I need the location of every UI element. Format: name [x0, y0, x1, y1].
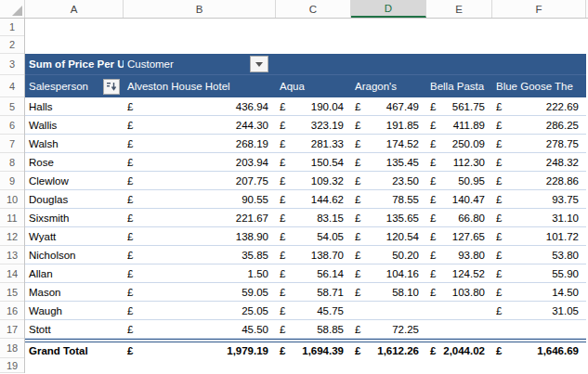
- value-cell-aqua[interactable]: £190.04: [276, 97, 351, 115]
- value-cell-blue-goose[interactable]: £31.05: [492, 302, 586, 319]
- value-cell-aragons[interactable]: £72.25: [351, 320, 426, 338]
- value-cell-aqua[interactable]: £144.62: [276, 190, 351, 208]
- value-cell-aqua[interactable]: £138.70: [276, 246, 351, 264]
- row-number-15[interactable]: 15: [0, 283, 24, 302]
- pivot-col-header-alveston[interactable]: Alveston House Hotel: [124, 75, 276, 97]
- row-number-5[interactable]: 5: [0, 97, 24, 116]
- row-number-9[interactable]: 9: [0, 172, 24, 190]
- column-header-f[interactable]: F: [492, 0, 586, 18]
- salesperson-name-cell[interactable]: Stott: [25, 320, 124, 338]
- value-cell-alveston[interactable]: £59.05: [124, 283, 276, 301]
- value-cell-bella-pasta[interactable]: £124.52: [426, 264, 492, 282]
- blue-cell[interactable]: [426, 54, 492, 74]
- row-number-7[interactable]: 7: [0, 135, 24, 153]
- salesperson-name-cell[interactable]: Sixsmith: [25, 209, 124, 226]
- value-cell-aragons[interactable]: £78.55: [351, 190, 426, 208]
- value-cell-alveston[interactable]: £207.75: [124, 172, 276, 189]
- value-cell-alveston[interactable]: £35.85: [124, 246, 276, 264]
- value-cell-alveston[interactable]: £436.94: [124, 97, 276, 115]
- value-cell-aqua[interactable]: £109.32: [276, 172, 351, 189]
- row-number-2[interactable]: 2: [0, 36, 24, 54]
- salesperson-name-cell[interactable]: Walsh: [25, 135, 124, 152]
- pivot-col-header-aqua[interactable]: Aqua: [276, 75, 351, 97]
- empty-row-1[interactable]: [25, 19, 586, 36]
- value-cell-aqua[interactable]: £54.05: [276, 227, 351, 245]
- blue-cell[interactable]: [351, 54, 426, 74]
- value-cell-bella-pasta[interactable]: £250.09: [426, 135, 492, 152]
- row-number-17[interactable]: 17: [0, 320, 24, 339]
- row-number-12[interactable]: 12: [0, 227, 24, 246]
- grand-total-alveston-cell[interactable]: £ 1,979.19: [124, 342, 276, 358]
- value-cell-aragons[interactable]: £174.52: [351, 135, 426, 152]
- value-cell-bella-pasta[interactable]: £411.89: [426, 116, 492, 134]
- value-cell-blue-goose[interactable]: £14.50: [492, 283, 586, 301]
- value-cell-aragons[interactable]: £135.65: [351, 209, 426, 226]
- value-cell-aragons[interactable]: £104.16: [351, 264, 426, 282]
- row-field-cell[interactable]: Salesperson: [25, 75, 124, 97]
- value-cell-bella-pasta[interactable]: £140.47: [426, 190, 492, 208]
- value-cell-blue-goose[interactable]: [492, 320, 586, 338]
- value-cell-aragons[interactable]: £135.45: [351, 153, 426, 171]
- value-cell-alveston[interactable]: £90.55: [124, 190, 276, 208]
- value-cell-bella-pasta[interactable]: £112.30: [426, 153, 492, 171]
- value-cell-bella-pasta[interactable]: [426, 302, 492, 319]
- value-cell-alveston[interactable]: £244.30: [124, 116, 276, 134]
- pivot-col-header-bella-pasta[interactable]: Bella Pasta: [426, 75, 492, 97]
- column-header-d-selected[interactable]: D: [351, 0, 426, 18]
- value-cell-blue-goose[interactable]: £286.25: [492, 116, 586, 134]
- select-all-corner[interactable]: [0, 0, 25, 18]
- value-cell-aqua[interactable]: £58.85: [276, 320, 351, 338]
- value-cell-alveston[interactable]: £138.90: [124, 227, 276, 245]
- salesperson-name-cell[interactable]: Wallis: [25, 116, 124, 134]
- value-cell-alveston[interactable]: £203.94: [124, 153, 276, 171]
- salesperson-sort-filter-button[interactable]: [103, 79, 120, 95]
- value-cell-alveston[interactable]: £25.05: [124, 302, 276, 319]
- grand-total-blue-goose-cell[interactable]: £ 1,646.69: [492, 342, 586, 358]
- customer-filter-dropdown-button[interactable]: [250, 56, 268, 72]
- value-cell-blue-goose[interactable]: £55.90: [492, 264, 586, 282]
- row-number-13[interactable]: 13: [0, 246, 24, 264]
- blue-cell[interactable]: [276, 54, 351, 74]
- row-number-16[interactable]: 16: [0, 302, 24, 320]
- empty-row-2[interactable]: [25, 36, 586, 54]
- salesperson-name-cell[interactable]: Douglas: [25, 190, 124, 208]
- value-cell-aqua[interactable]: £83.15: [276, 209, 351, 226]
- grand-total-aqua-cell[interactable]: £ 1,694.39: [276, 342, 351, 358]
- value-cell-bella-pasta[interactable]: £127.65: [426, 227, 492, 245]
- value-cell-aqua[interactable]: £281.33: [276, 135, 351, 152]
- grand-total-aragons-cell[interactable]: £ 1,612.26: [351, 342, 426, 358]
- column-header-b[interactable]: B: [124, 0, 276, 18]
- salesperson-name-cell[interactable]: Rose: [25, 153, 124, 171]
- value-cell-aqua[interactable]: £58.71: [276, 283, 351, 301]
- column-header-c[interactable]: C: [276, 0, 351, 18]
- value-field-label-cell[interactable]: Sum of Price Per Unit: [25, 54, 124, 74]
- value-cell-blue-goose[interactable]: £248.32: [492, 153, 586, 171]
- row-number-6[interactable]: 6: [0, 116, 24, 135]
- value-cell-aragons[interactable]: [351, 302, 426, 319]
- value-cell-blue-goose[interactable]: £93.75: [492, 190, 586, 208]
- value-cell-aqua[interactable]: £45.75: [276, 302, 351, 319]
- blue-cell[interactable]: [492, 54, 586, 74]
- empty-row-19[interactable]: [25, 358, 586, 373]
- row-number-14[interactable]: 14: [0, 264, 24, 283]
- value-cell-bella-pasta[interactable]: £561.75: [426, 97, 492, 115]
- salesperson-name-cell[interactable]: Clewlow: [25, 172, 124, 189]
- value-cell-alveston[interactable]: £221.67: [124, 209, 276, 226]
- salesperson-name-cell[interactable]: Waugh: [25, 302, 124, 319]
- value-cell-blue-goose[interactable]: £278.75: [492, 135, 586, 152]
- pivot-col-header-aragons[interactable]: Aragon's: [351, 75, 426, 97]
- value-cell-aragons[interactable]: £23.50: [351, 172, 426, 189]
- value-cell-alveston[interactable]: £268.19: [124, 135, 276, 152]
- value-cell-aragons[interactable]: £50.20: [351, 246, 426, 264]
- grand-total-label-cell[interactable]: Grand Total: [25, 342, 124, 358]
- value-cell-aragons[interactable]: £191.85: [351, 116, 426, 134]
- value-cell-aragons[interactable]: £120.54: [351, 227, 426, 245]
- salesperson-name-cell[interactable]: Mason: [25, 283, 124, 301]
- row-number-3[interactable]: 3: [0, 54, 24, 75]
- salesperson-name-cell[interactable]: Wyatt: [25, 227, 124, 245]
- value-cell-blue-goose[interactable]: £228.86: [492, 172, 586, 189]
- value-cell-aragons[interactable]: £58.10: [351, 283, 426, 301]
- value-cell-blue-goose[interactable]: £53.80: [492, 246, 586, 264]
- pivot-col-header-blue-goose[interactable]: Blue Goose The: [492, 75, 586, 97]
- row-number-18[interactable]: 18: [0, 339, 24, 358]
